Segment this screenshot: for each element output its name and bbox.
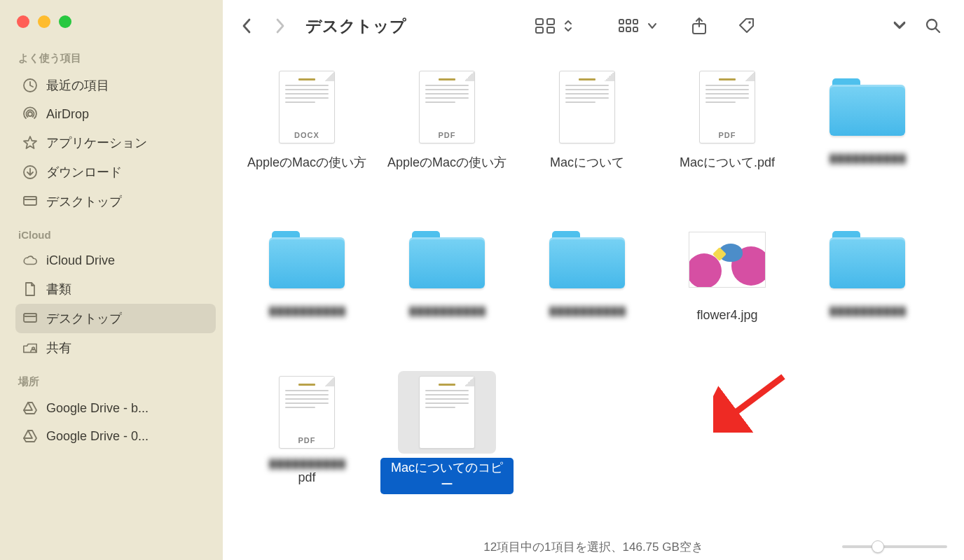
- file-item[interactable]: PDFpdf: [237, 371, 377, 533]
- file-label: Macについてのコピー: [380, 458, 514, 495]
- group-chevron-down-icon[interactable]: [645, 12, 660, 40]
- svg-rect-12: [619, 20, 624, 24]
- shared-icon: [22, 340, 38, 356]
- window-title: デスクトップ: [305, 15, 406, 37]
- file-thumbnail: DOCX: [258, 66, 356, 148]
- file-thumbnail: [398, 218, 496, 301]
- file-thumbnail: [538, 66, 636, 148]
- sidebar-item-desktop[interactable]: デスクトップ: [15, 304, 216, 333]
- file-item[interactable]: PDFMacについて.pdf: [657, 66, 797, 211]
- view-mode-button[interactable]: [531, 12, 559, 40]
- sidebar-item-label: デスクトップ: [46, 193, 122, 210]
- document-icon: [22, 281, 38, 297]
- file-thumbnail: [818, 66, 916, 148]
- file-item[interactable]: Macについてのコピー: [377, 371, 517, 533]
- file-item[interactable]: [377, 218, 517, 364]
- file-thumbnail: [398, 371, 496, 454]
- sidebar-item-shared[interactable]: 共有: [15, 333, 216, 363]
- file-item[interactable]: [517, 218, 657, 364]
- sidebar-item-label: 最近の項目: [46, 77, 109, 94]
- sidebar-item-label: Google Drive - b...: [46, 401, 149, 416]
- sidebar-item-downloads[interactable]: ダウンロード: [15, 158, 216, 187]
- gdrive-icon: [22, 428, 38, 444]
- file-grid: DOCXAppleのMacの使い方PDFAppleのMacの使い方Macについて…: [223, 52, 964, 533]
- sidebar-item-gdrive[interactable]: Google Drive - b...: [15, 394, 216, 422]
- file-label: [264, 305, 350, 318]
- sidebar-item-label: 書類: [46, 281, 71, 298]
- svg-rect-14: [633, 20, 638, 24]
- sidebar-section-locations-title: 場所: [18, 375, 216, 388]
- airdrop-icon: [22, 106, 38, 122]
- file-label: AppleのMacの使い方: [382, 153, 512, 172]
- svg-rect-15: [619, 27, 624, 31]
- sidebar-item-label: iCloud Drive: [46, 253, 115, 268]
- file-label: flower4.jpg: [691, 305, 763, 325]
- window-controls: [15, 7, 216, 48]
- svg-rect-16: [626, 27, 631, 31]
- gdrive-icon: [22, 400, 38, 416]
- file-item[interactable]: PDFAppleのMacの使い方: [377, 66, 517, 211]
- forward-button[interactable]: [266, 12, 294, 40]
- file-item[interactable]: DOCXAppleのMacの使い方: [237, 66, 377, 211]
- main-pane: デスクトップ: [223, 0, 964, 560]
- more-button[interactable]: [886, 12, 914, 40]
- sidebar-item-airdrop[interactable]: AirDrop: [15, 100, 216, 128]
- downloads-icon: [22, 164, 38, 180]
- svg-rect-9: [547, 19, 554, 24]
- toolbar: デスクトップ: [223, 0, 964, 52]
- svg-rect-10: [536, 27, 543, 33]
- sidebar-item-label: AirDrop: [46, 107, 89, 122]
- group-button[interactable]: [615, 12, 643, 40]
- sidebar-item-label: デスクトップ: [46, 310, 122, 327]
- file-thumbnail: [258, 218, 356, 301]
- file-label: Macについて: [544, 153, 630, 172]
- icon-size-slider[interactable]: [842, 540, 947, 553]
- sidebar-item-desktop[interactable]: デスクトップ: [15, 187, 216, 216]
- status-bar: 12項目中の1項目を選択、146.75 GB空き: [223, 533, 964, 560]
- file-item[interactable]: flower4.jpg: [657, 218, 797, 364]
- tags-button[interactable]: [733, 12, 761, 40]
- svg-rect-11: [547, 27, 554, 33]
- desktop-icon: [22, 311, 38, 326]
- clock-icon: [22, 78, 38, 93]
- svg-rect-8: [536, 19, 543, 24]
- file-item[interactable]: [797, 218, 937, 364]
- svg-rect-13: [626, 20, 631, 24]
- minimize-window-button[interactable]: [38, 15, 50, 28]
- svg-rect-17: [633, 27, 638, 31]
- svg-rect-5: [24, 314, 36, 322]
- file-label: Macについて.pdf: [674, 153, 780, 172]
- share-button[interactable]: [685, 12, 713, 40]
- maximize-window-button[interactable]: [59, 15, 71, 28]
- file-label: pdf: [264, 458, 350, 487]
- file-label: AppleのMacの使い方: [242, 153, 372, 172]
- file-item[interactable]: Macについて: [517, 66, 657, 211]
- svg-point-1: [28, 112, 32, 116]
- cloud-icon: [22, 253, 38, 268]
- search-button[interactable]: [919, 12, 947, 40]
- sidebar-item-cloud[interactable]: iCloud Drive: [15, 246, 216, 274]
- sidebar-section-icloud-title: iCloud: [18, 229, 216, 241]
- file-thumbnail: [818, 218, 916, 301]
- view-mode-chevron[interactable]: [560, 12, 576, 40]
- file-thumbnail: PDF: [678, 66, 776, 148]
- sidebar-item-document[interactable]: 書類: [15, 274, 216, 304]
- file-thumbnail: [678, 218, 776, 301]
- sidebar-item-applications[interactable]: アプリケーション: [15, 128, 216, 158]
- sidebar-section-favorites-title: よく使う項目: [18, 52, 216, 65]
- file-label: [404, 305, 490, 318]
- back-button[interactable]: [233, 12, 261, 40]
- file-thumbnail: PDF: [398, 66, 496, 148]
- file-label: [544, 305, 631, 318]
- file-item[interactable]: [797, 66, 937, 211]
- file-thumbnail: [538, 218, 636, 301]
- sidebar-item-gdrive[interactable]: Google Drive - 0...: [15, 422, 216, 450]
- svg-point-19: [748, 21, 751, 24]
- sidebar-item-clock[interactable]: 最近の項目: [15, 71, 216, 100]
- close-window-button[interactable]: [17, 15, 29, 28]
- sidebar-item-label: 共有: [46, 340, 71, 356]
- sidebar-item-label: アプリケーション: [46, 134, 147, 151]
- file-label: [825, 153, 911, 165]
- file-item[interactable]: [237, 218, 377, 364]
- file-thumbnail: PDF: [258, 371, 356, 454]
